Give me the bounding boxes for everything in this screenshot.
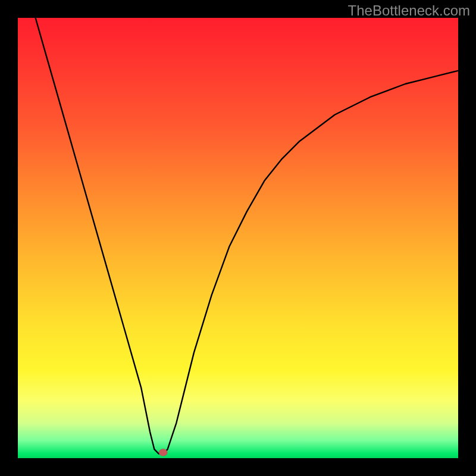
plot-area — [18, 18, 458, 458]
watermark-text: TheBottleneck.com — [348, 2, 470, 19]
chart-container: TheBottleneck.com — [0, 0, 476, 476]
gradient-background — [18, 18, 458, 458]
